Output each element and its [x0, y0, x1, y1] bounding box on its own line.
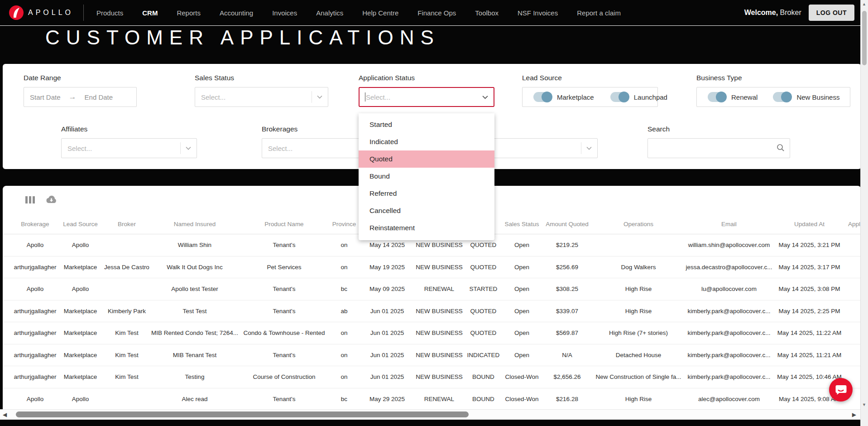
- cell-hidden_3: QUOTED: [464, 242, 503, 248]
- page-title: CUSTOMER APPLICATIONS: [45, 26, 440, 49]
- cell-hidden_3: QUOTED: [464, 264, 503, 271]
- new-business-toggle-label: New Business: [796, 93, 839, 101]
- nav-item-nsf-invoices[interactable]: NSF Invoices: [518, 9, 558, 17]
- cell-amount_quoted: $216.28: [541, 396, 593, 402]
- cell-product_name: Condo & Townhouse - Rented: [240, 329, 328, 336]
- nav-item-reports[interactable]: Reports: [177, 9, 201, 17]
- cell-lead_source: Apollo: [57, 396, 104, 402]
- option-cancelled[interactable]: Cancelled: [359, 202, 494, 219]
- cell-product_name: Tenant's: [240, 396, 328, 402]
- cell-named_insured: MIB Tenant Test: [149, 352, 240, 358]
- table-row[interactable]: arthurjgallagherMarketplaceKim TestMIB R…: [3, 322, 861, 344]
- cell-sales_status: Open: [503, 329, 541, 336]
- scroll-down-arrow-icon[interactable]: ▼: [862, 402, 866, 407]
- column-header-application[interactable]: Appli: [844, 221, 861, 228]
- launchpad-toggle[interactable]: [610, 92, 628, 102]
- option-bound[interactable]: Bound: [359, 168, 494, 185]
- cell-lead_source: Apollo: [57, 242, 104, 248]
- column-header-sales_status[interactable]: Sales Status: [503, 221, 541, 228]
- cell-updated_at: May 14 2025, 2:25 PM: [774, 308, 844, 315]
- nav-item-crm[interactable]: CRM: [142, 9, 158, 17]
- nav-item-invoices[interactable]: Invoices: [272, 9, 297, 17]
- sales-status-select[interactable]: Select...: [195, 87, 328, 107]
- cell-lead_source: Apollo: [57, 286, 104, 292]
- nav-item-toolbox[interactable]: Toolbox: [475, 9, 499, 17]
- cell-email: kimberly.park@apollocover.c...: [684, 308, 774, 315]
- new-business-toggle[interactable]: [773, 92, 791, 102]
- table-row[interactable]: ApolloApolloApollo test TesterTenant'sbc…: [3, 278, 861, 300]
- column-header-broker[interactable]: Broker: [104, 221, 149, 228]
- horizontal-scrollbar[interactable]: ◀ ▶: [0, 409, 861, 420]
- sales-status-placeholder: Select...: [195, 93, 225, 101]
- table-row[interactable]: arthurjgallagherMarketplaceJessa De Cast…: [3, 257, 861, 279]
- nav-item-analytics[interactable]: Analytics: [316, 9, 343, 17]
- cell-sales_status: Open: [503, 242, 541, 248]
- cell-amount_quoted: $256.69: [541, 264, 593, 271]
- vertical-scrollbar-thumb[interactable]: [862, 11, 867, 65]
- vertical-scrollbar[interactable]: ▲ ▼: [860, 0, 868, 426]
- column-header-lead_source[interactable]: Lead Source: [57, 221, 104, 228]
- table-row[interactable]: ApolloApolloAlec readTenant'sbcMay 29 20…: [3, 388, 861, 411]
- marketplace-toggle[interactable]: [533, 92, 551, 102]
- option-reinstatement[interactable]: Reinstatement: [359, 219, 494, 237]
- cell-sales_status: Open: [503, 352, 541, 358]
- cell-named_insured: Test Test: [149, 308, 240, 315]
- horizontal-scrollbar-thumb[interactable]: [16, 411, 469, 417]
- option-quoted[interactable]: Quoted: [359, 150, 494, 168]
- cell-broker: Kim Test: [104, 373, 149, 380]
- cell-hidden_1: May 09 2025: [360, 286, 414, 292]
- scroll-right-arrow-icon[interactable]: ▶: [852, 411, 856, 418]
- cell-product_name: Tenant's: [240, 242, 328, 248]
- cell-hidden_1: May 29 2025: [360, 396, 414, 402]
- toggle-knob: [619, 92, 629, 102]
- table-row[interactable]: arthurjgallagherMarketplaceKim TestMIB T…: [3, 344, 861, 367]
- cell-brokerage: arthurjgallagher: [14, 264, 57, 271]
- option-started[interactable]: Started: [359, 116, 494, 133]
- cell-operations: High Rise: [593, 286, 684, 292]
- cell-updated_at: May 14 2025, 3:21 PM: [774, 242, 844, 248]
- nav-item-accounting[interactable]: Accounting: [220, 9, 253, 17]
- chat-launcher-button[interactable]: [829, 378, 853, 402]
- scroll-left-arrow-icon[interactable]: ◀: [3, 411, 7, 418]
- option-indicated[interactable]: Indicated: [359, 133, 494, 150]
- cell-lead_source: Marketplace: [57, 308, 104, 315]
- column-header-amount_quoted[interactable]: Amount Quoted: [541, 221, 593, 228]
- cell-sales_status: Open: [503, 308, 541, 315]
- column-header-province[interactable]: Province: [328, 221, 360, 228]
- nav-item-report-a-claim[interactable]: Report a claim: [577, 9, 621, 17]
- search-icon[interactable]: [777, 144, 785, 152]
- column-header-product_name[interactable]: Product Name: [240, 221, 328, 228]
- cell-sales_status: Closed-Won: [503, 396, 541, 402]
- nav-item-help-centre[interactable]: Help Centre: [362, 9, 398, 17]
- nav-item-finance-ops[interactable]: Finance Ops: [417, 9, 456, 17]
- logout-button[interactable]: LOG OUT: [809, 5, 854, 21]
- columns-icon[interactable]: [25, 196, 35, 203]
- column-header-email[interactable]: Email: [684, 221, 774, 228]
- cell-email: kimberly.park@apollocover.c...: [684, 329, 774, 336]
- table-body: ApolloApolloWilliam ShinTenant'sonMay 14…: [3, 234, 861, 410]
- column-header-updated_at[interactable]: Updated At: [774, 221, 844, 228]
- cell-brokerage: arthurjgallagher: [14, 373, 57, 380]
- option-referred[interactable]: Referred: [359, 185, 494, 202]
- column-header-named_insured[interactable]: Named Insured: [149, 221, 240, 228]
- cell-brokerage: arthurjgallagher: [14, 329, 57, 336]
- cell-hidden_2: NEW BUSINESS: [414, 329, 464, 336]
- apollo-logo[interactable]: APOLLO: [9, 5, 73, 20]
- cell-hidden_3: QUOTED: [464, 308, 503, 315]
- nav-item-products[interactable]: Products: [96, 9, 123, 17]
- search-input[interactable]: [647, 138, 790, 158]
- table-row[interactable]: arthurjgallagherMarketplaceKimberly Park…: [3, 300, 861, 323]
- table-row[interactable]: arthurjgallagherMarketplaceKim TestTesti…: [3, 366, 861, 388]
- column-header-brokerage[interactable]: Brokerage: [14, 221, 57, 228]
- affiliates-select[interactable]: Select...: [61, 138, 197, 158]
- application-status-select[interactable]: Select...: [359, 87, 494, 107]
- renewal-toggle[interactable]: [708, 92, 726, 102]
- cell-updated_at: May 14 2025, 11:22 AM: [774, 329, 844, 336]
- business-type-label: Business Type: [696, 74, 850, 82]
- search-field: [647, 138, 790, 158]
- date-range-input[interactable]: Start Date → End Date: [24, 87, 137, 107]
- column-header-operations[interactable]: Operations: [593, 221, 684, 228]
- date-range-arrow-icon: →: [69, 92, 77, 102]
- scroll-up-arrow-icon[interactable]: ▲: [862, 2, 866, 6]
- cloud-download-icon[interactable]: [45, 195, 58, 204]
